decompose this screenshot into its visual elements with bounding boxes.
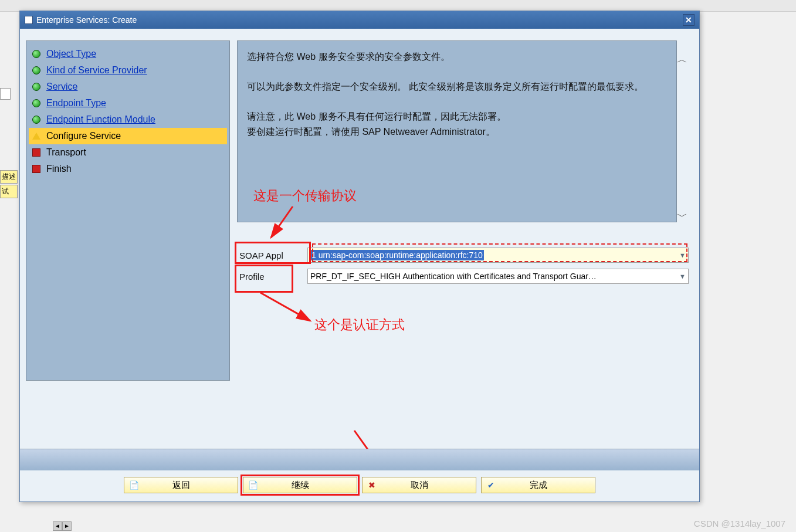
status-pending-icon — [32, 148, 40, 157]
scroll-left-icon[interactable]: ◄ — [53, 521, 62, 531]
step-label[interactable]: Kind of Service Provider — [46, 65, 147, 76]
cancel-label: 取消 — [411, 480, 428, 491]
status-done-icon — [32, 116, 40, 124]
close-button[interactable]: ✕ — [683, 14, 695, 26]
step-configure-service[interactable]: Configure Service — [29, 128, 227, 144]
desc-scrollbar: ︿ ﹀ — [677, 52, 689, 220]
bg-tab-2[interactable]: 试 — [0, 185, 18, 198]
back-label: 返回 — [172, 480, 190, 491]
finish-button[interactable]: ✔ 完成 — [481, 477, 595, 493]
desc-line: 可以为此参数文件指定一个安全级别。 此安全级别将是该服务定义所有运行时配置的最低… — [247, 79, 667, 94]
row-soap-appl: SOAP Appl 1 urn:sap-com:soap:runtime:app… — [237, 246, 689, 265]
status-active-icon — [32, 133, 40, 140]
soap-appl-value: 1 urn:sap-com:soap:runtime:application:r… — [310, 250, 484, 260]
continue-icon: 📄 — [248, 480, 258, 490]
back-icon: 📄 — [129, 480, 138, 490]
status-pending-icon — [32, 165, 40, 173]
dialog-title: Enterprise Services: Create — [36, 15, 137, 25]
status-done-icon — [32, 50, 40, 58]
wizard-step-list: Object Type Kind of Service Provider Ser… — [26, 40, 230, 381]
step-object-type[interactable]: Object Type — [29, 46, 227, 62]
step-label: Transport — [46, 147, 86, 158]
desc-line: 请注意，此 Web 服务不具有任何运行时配置，因此无法部署。 — [247, 109, 667, 124]
profile-dropdown[interactable]: PRF_DT_IF_SEC_HIGH Authentication with C… — [307, 269, 689, 284]
step-label[interactable]: Endpoint Type — [46, 98, 106, 109]
status-done-icon — [32, 99, 40, 107]
status-done-icon — [32, 66, 40, 74]
status-done-icon — [32, 83, 40, 91]
back-button[interactable]: 📄 返回 — [124, 477, 238, 493]
scroll-down-icon[interactable]: ﹀ — [677, 209, 687, 220]
step-label[interactable]: Object Type — [46, 49, 96, 59]
step-transport: Transport — [29, 144, 227, 161]
form-area: SOAP Appl 1 urn:sap-com:soap:runtime:app… — [237, 246, 689, 288]
watermark: CSDN @1314lay_1007 — [694, 519, 785, 528]
step-label: Configure Service — [46, 131, 121, 141]
titlebar: Enterprise Services: Create ✕ — [20, 11, 699, 29]
scroll-right-icon[interactable]: ► — [62, 521, 72, 531]
bottom-scroll: ◄ ► — [53, 521, 72, 531]
step-service[interactable]: Service — [29, 79, 227, 95]
annotation-text-2: 这个是认证方式 — [314, 316, 405, 334]
profile-label: Profile — [237, 272, 307, 282]
finish-icon: ✔ — [486, 480, 496, 490]
step-label[interactable]: Endpoint Function Module — [46, 114, 155, 125]
step-kind-service-provider[interactable]: Kind of Service Provider — [29, 62, 227, 79]
desc-line: 选择符合您 Web 服务安全要求的安全参数文件。 — [247, 49, 667, 65]
desc-line: 要创建运行时配置，请使用 SAP Netweaver Administrator… — [247, 124, 667, 140]
annotation-arrow-2 — [255, 287, 319, 328]
scroll-up-icon[interactable]: ︿ — [677, 52, 687, 63]
chevron-down-icon[interactable]: ▼ — [679, 273, 686, 280]
step-label: Finish — [46, 164, 72, 174]
cancel-icon: ✖ — [367, 480, 377, 490]
profile-value: PRF_DT_IF_SEC_HIGH Authentication with C… — [310, 272, 597, 281]
finish-label: 完成 — [530, 480, 547, 491]
continue-button[interactable]: 📄 继续 — [243, 477, 357, 493]
background-left-tabs: 描述 试 — [0, 88, 18, 235]
step-endpoint-function-module[interactable]: Endpoint Function Module — [29, 111, 227, 128]
chevron-down-icon[interactable]: ▼ — [679, 252, 686, 259]
doc-icon — [25, 16, 33, 24]
step-finish: Finish — [29, 161, 227, 177]
cancel-button[interactable]: ✖ 取消 — [362, 477, 476, 493]
svg-line-1 — [260, 293, 310, 321]
dialog-footer: 📄 返回 📄 继续 ✖ 取消 ✔ 完成 — [20, 449, 699, 501]
dialog-content: Object Type Kind of Service Provider Ser… — [20, 29, 699, 501]
row-profile: Profile PRF_DT_IF_SEC_HIGH Authenticatio… — [237, 267, 689, 286]
dialog-window: Enterprise Services: Create ✕ Object Typ… — [19, 11, 700, 502]
bg-select[interactable] — [0, 88, 11, 100]
step-label[interactable]: Service — [46, 82, 77, 92]
soap-appl-dropdown[interactable]: 1 urn:sap-com:soap:runtime:application:r… — [307, 248, 689, 263]
continue-label: 继续 — [292, 480, 309, 491]
bg-tab-1[interactable]: 描述 — [0, 170, 18, 184]
background-toolbar — [0, 0, 796, 12]
step-endpoint-type[interactable]: Endpoint Type — [29, 95, 227, 111]
soap-appl-label: SOAP Appl — [237, 250, 307, 260]
description-panel: 选择符合您 Web 服务安全要求的安全参数文件。 可以为此参数文件指定一个安全级… — [237, 40, 677, 222]
